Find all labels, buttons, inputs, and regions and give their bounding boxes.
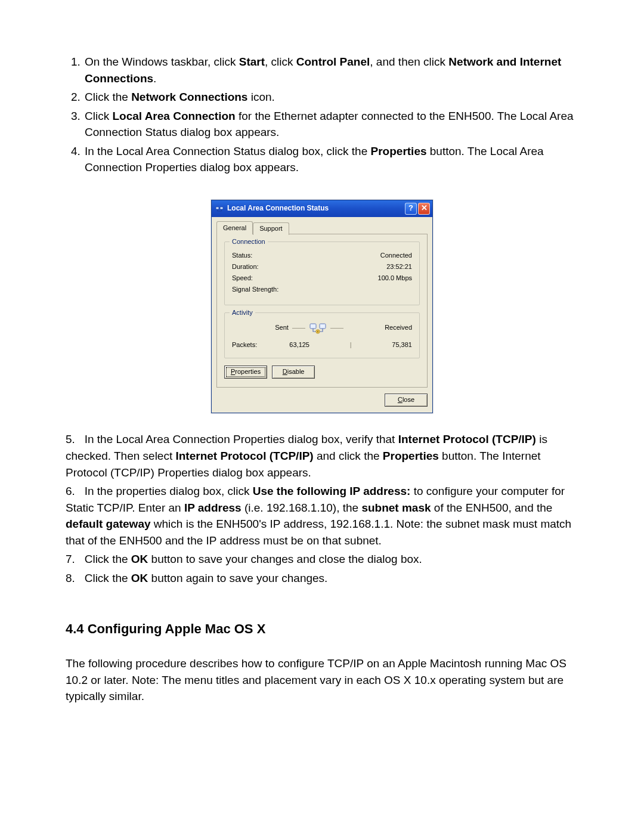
close-button[interactable]: Close [385,394,428,407]
step-6: 6. In the properties dialog box, click U… [66,483,578,549]
step-5: 5. In the Local Area Connection Properti… [66,431,578,481]
close-icon[interactable]: ✕ [418,203,430,215]
row-signal: Signal Strength: [232,285,412,295]
titlebar[interactable]: Local Area Connection Status ? ✕ [212,200,432,217]
label: Status: [232,251,252,261]
step-number: 6. [66,485,75,497]
activity-center: Sent —— [275,320,343,336]
step-number: 5. [66,433,75,445]
text: Click the [85,572,131,584]
svg-rect-8 [317,330,318,332]
document-page: On the Windows taskbar, click Start, cli… [0,0,644,833]
step-4: In the Local Area Connection Status dial… [83,143,578,176]
svg-rect-5 [310,324,316,329]
bold-text: Properties [383,450,439,462]
button-label-rest: lose [402,396,414,403]
close-row: Close [216,394,428,407]
row-status: Status: Connected [232,251,412,261]
text: , click [265,55,296,68]
text: In the properties dialog box, click [85,485,253,497]
row-duration: Duration: 23:52:21 [232,262,412,272]
text: and click the [314,450,383,462]
tab-strip: General Support [216,221,428,234]
svg-rect-6 [320,324,326,329]
step-number: 7. [66,553,75,565]
packets-row: Packets: 63,125 | 75,381 [232,340,412,350]
packets-sent-value: 63,125 [289,340,309,350]
steps-list-upper: On the Windows taskbar, click Start, cli… [66,54,578,176]
section-heading-4-4: 4.4 Configuring Apple Mac OS X [66,620,578,639]
group-label: Activity [230,308,255,318]
dialog-screenshot: Local Area Connection Status ? ✕ General… [66,200,578,414]
svg-rect-0 [216,207,219,209]
bold-text: Internet Protocol (TCP/IP) [398,433,536,445]
bold-text: Control Panel [296,55,370,68]
bold-text: Network Connections [131,91,247,103]
activity-header: Sent —— [232,320,412,336]
bold-text: Internet Protocol (TCP/IP) [175,450,313,462]
step-3: Click Local Area Connection for the Ethe… [83,108,578,141]
text: Click [85,110,112,122]
received-label: Received [385,323,412,333]
row-speed: Speed: 100.0 Mbps [232,274,412,283]
network-icon [215,205,224,213]
value: 100.0 Mbps [378,274,412,283]
text: . [153,72,156,85]
text: In the Local Area Connection Status dial… [85,145,371,157]
titlebar-buttons: ? ✕ [405,203,430,215]
step-2: Click the Network Connections icon. [83,89,578,106]
text: icon. [247,91,274,103]
sep-icon: —— [330,323,343,333]
sent-label: Sent [275,323,289,333]
help-button[interactable]: ? [405,203,417,215]
tab-label: General [223,224,246,231]
xp-dialog: Local Area Connection Status ? ✕ General… [211,200,433,414]
mac-paragraph: The following procedure describes how to… [66,655,578,705]
disable-button[interactable]: Disable [272,366,315,379]
group-label: Connection [230,237,268,247]
group-connection: Connection Status: Connected Duration: 2… [224,241,420,305]
bold-text: subnet mask [361,501,431,514]
bold-text: IP address [184,501,242,514]
network-activity-icon [309,320,327,336]
bold-text: OK [131,572,148,584]
bold-text: Start [239,55,265,68]
value: Connected [380,251,412,261]
text: (i.e. 192.168.1.10), the [242,501,362,514]
bold-text: OK [131,553,148,565]
step-7: 7. Click the OK button to save your chan… [66,551,578,568]
label: Signal Strength: [232,285,278,295]
tab-content: Connection Status: Connected Duration: 2… [216,234,428,388]
bold-text: Properties [371,145,427,157]
svg-rect-1 [220,207,223,209]
step-1: On the Windows taskbar, click Start, cli… [83,54,578,86]
bold-text: Local Area Connection [112,110,235,122]
text: Click the [85,553,131,565]
value: 23:52:21 [386,262,412,272]
group-activity: Activity Sent —— [224,312,420,359]
spacer [232,323,234,333]
text: On the Windows taskbar, click [85,55,239,68]
packets-recv-value: 75,381 [392,340,412,350]
tab-general[interactable]: General [216,221,253,234]
packets-label: Packets: [232,340,257,350]
bold-text: default gateway [66,518,151,530]
packets-divider: | [342,340,360,350]
button-label-rest: isable [287,368,305,375]
button-label-rest: roperties [235,368,261,375]
step-8: 8. Click the OK button again to save you… [66,570,578,587]
bold-text: Use the following IP address: [253,485,411,497]
text: In the Local Area Connection Properties … [85,433,398,445]
text: button again to save your changes. [148,572,327,584]
title-text: Local Area Connection Status [227,203,329,213]
properties-button[interactable]: Properties [224,366,267,379]
label: Speed: [232,274,253,283]
tab-support[interactable]: Support [253,222,289,235]
steps-lower: 5. In the Local Area Connection Properti… [66,431,578,586]
button-row: Properties Disable [224,366,420,379]
text: , and then click [370,55,448,68]
tab-label: Support [259,225,283,232]
text: Click the [85,91,131,103]
step-number: 8. [66,572,75,584]
dialog-body: General Support Connection Status: Conne… [212,217,432,413]
